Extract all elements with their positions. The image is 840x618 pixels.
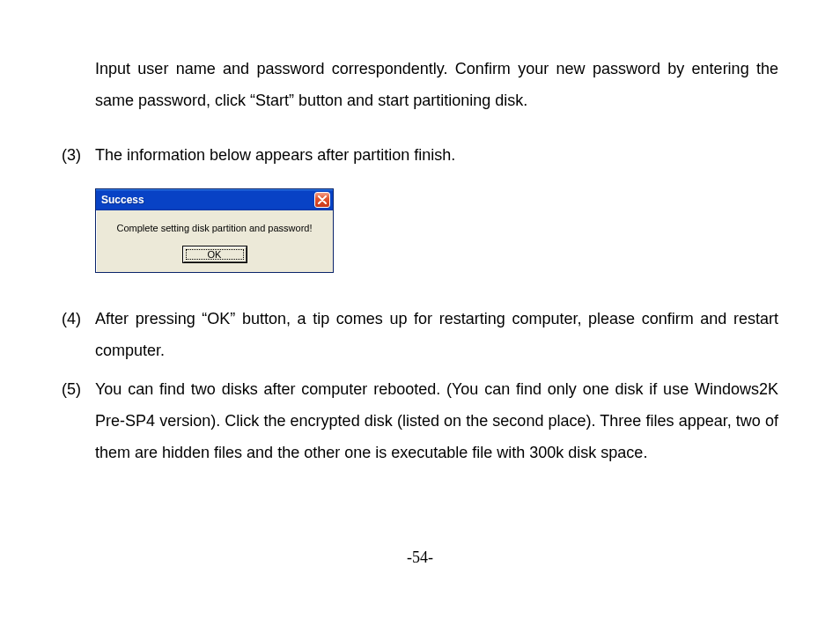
success-dialog: Success Complete setting disk partition … — [95, 188, 334, 273]
list-text: The information below appears after part… — [95, 139, 778, 171]
list-item-3: (3) The information below appears after … — [62, 139, 778, 171]
list-text: You can find two disks after computer re… — [95, 373, 778, 468]
dialog-screenshot: Success Complete setting disk partition … — [95, 188, 778, 273]
paragraph-continuation: Input user name and password corresponde… — [95, 53, 778, 116]
dialog-title: Success — [101, 194, 144, 206]
ok-button[interactable]: OK — [183, 246, 247, 262]
dialog-message: Complete setting disk partition and pass… — [103, 223, 326, 233]
list-marker: (4) — [62, 303, 95, 366]
list-marker: (3) — [62, 139, 95, 171]
dialog-titlebar: Success — [96, 189, 333, 210]
list-text: After pressing “OK” button, a tip comes … — [95, 303, 778, 366]
list-marker: (5) — [62, 373, 95, 468]
page-number: -54- — [0, 548, 840, 567]
dialog-body: Complete setting disk partition and pass… — [96, 210, 333, 271]
close-icon[interactable] — [314, 192, 330, 208]
list-item-4: (4) After pressing “OK” button, a tip co… — [62, 303, 778, 366]
list-item-5: (5) You can find two disks after compute… — [62, 373, 778, 468]
